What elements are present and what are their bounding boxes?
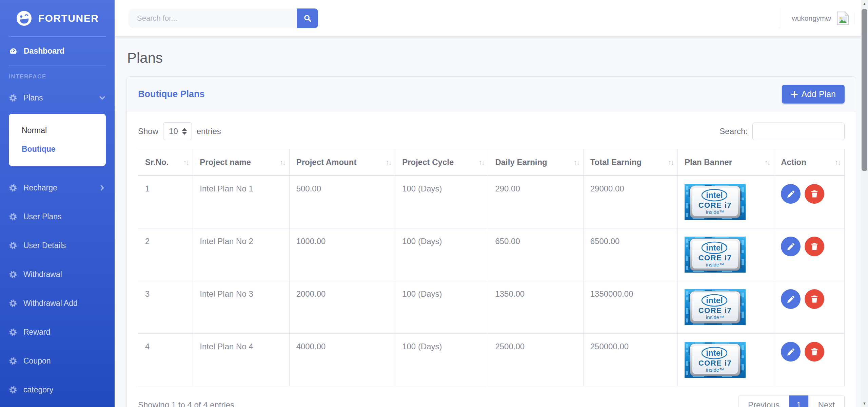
submenu-item-normal[interactable]: Normal xyxy=(9,121,106,140)
col-header-daily-earning[interactable]: Daily Earning↑↓ xyxy=(488,149,583,176)
page-length-select[interactable]: 10 xyxy=(163,122,192,140)
scrollbar-down-button[interactable]: ▼ xyxy=(861,400,868,407)
pagination-page-1[interactable]: 1 xyxy=(789,395,808,407)
page-length-value: 10 xyxy=(169,127,178,136)
add-plan-button[interactable]: Add Plan xyxy=(782,85,845,104)
table-row: 4 Intel Plan No 4 4000.00 100 (Days) 250… xyxy=(138,334,845,386)
sort-icon: ↑↓ xyxy=(183,159,189,166)
cell-project-name: Intel Plan No 4 xyxy=(193,334,289,386)
gear-icon xyxy=(9,386,17,394)
submenu-item-boutique[interactable]: Boutique xyxy=(9,140,106,159)
app-window: FORTUNER Dashboard INTERFACE Plans Norma… xyxy=(0,0,868,407)
table-row: 3 Intel Plan No 3 2000.00 100 (Days) 135… xyxy=(138,281,845,334)
gear-icon xyxy=(9,94,17,102)
sidebar-item-label: Dashboard xyxy=(24,47,64,56)
cell-daily-earning: 1350.00 xyxy=(488,281,583,334)
username[interactable]: wukongymw xyxy=(792,14,831,22)
gear-icon xyxy=(9,212,17,221)
sidebar-item-category[interactable]: category xyxy=(0,375,115,404)
sidebar-item-withdrawal[interactable]: Withdrawal xyxy=(0,260,115,289)
sidebar-item-reward[interactable]: Reward xyxy=(0,318,115,347)
sidebar-item-user-details[interactable]: User Details xyxy=(0,231,115,260)
laugh-wink-logo-icon xyxy=(16,10,32,26)
col-header-total-earning[interactable]: Total Earning↑↓ xyxy=(583,149,677,176)
trash-icon xyxy=(810,295,819,303)
delete-plan-button[interactable] xyxy=(805,184,824,204)
cell-project-cycle: 100 (Days) xyxy=(395,334,488,386)
pencil-icon xyxy=(786,189,795,198)
brand[interactable]: FORTUNER xyxy=(0,0,115,36)
cell-daily-earning: 290.00 xyxy=(488,175,583,228)
plans-card: Boutique Plans Add Plan Show 10 xyxy=(126,76,856,407)
sort-icon: ↑↓ xyxy=(574,159,579,166)
sidebar-item-coupon[interactable]: Coupon xyxy=(0,347,115,375)
sidebar-item-withdrawal-add[interactable]: Withdrawal Add xyxy=(0,289,115,318)
sidebar-item-label: category xyxy=(23,385,53,394)
page-title: Plans xyxy=(127,50,856,66)
sidebar-item-mach[interactable]: Mach xyxy=(0,404,115,407)
cell-total-earning: 250000.00 xyxy=(583,334,677,386)
col-header-action[interactable]: Action↑↓ xyxy=(774,149,845,176)
sidebar-item-dashboard[interactable]: Dashboard xyxy=(0,37,115,66)
table-footer: Showing 1 to 4 of 4 entries Previous 1 N… xyxy=(138,395,845,407)
scrollbar-up-button[interactable]: ▲ xyxy=(861,0,868,7)
edit-plan-button[interactable] xyxy=(781,237,801,256)
trash-icon xyxy=(810,189,819,198)
sort-icon: ↑↓ xyxy=(280,159,285,166)
pagination-next[interactable]: Next xyxy=(808,395,844,407)
sidebar-item-label: User Plans xyxy=(23,212,61,221)
col-header-srno[interactable]: Sr.No.↑↓ xyxy=(138,149,193,176)
sidebar-item-user-plans[interactable]: User Plans xyxy=(0,202,115,231)
gear-icon xyxy=(9,357,17,365)
table-info: Showing 1 to 4 of 4 entries xyxy=(138,400,234,407)
delete-plan-button[interactable] xyxy=(805,237,824,256)
sidebar: FORTUNER Dashboard INTERFACE Plans Norma… xyxy=(0,0,115,407)
plans-submenu: Normal Boutique xyxy=(9,114,106,166)
sidebar-item-plans[interactable]: Plans xyxy=(0,84,115,112)
topbar: wukongymw xyxy=(115,0,868,36)
col-header-project-cycle[interactable]: Project Cycle↑↓ xyxy=(395,149,488,176)
cell-action xyxy=(774,175,845,228)
table-row: 1 Intel Plan No 1 500.00 100 (Days) 290.… xyxy=(138,175,845,228)
cell-project-cycle: 100 (Days) xyxy=(395,228,488,281)
sidebar-item-label: User Details xyxy=(23,241,66,250)
col-header-project-name[interactable]: Project name↑↓ xyxy=(193,149,289,176)
table-search-input[interactable] xyxy=(752,123,845,140)
col-header-project-amount[interactable]: Project Amount↑↓ xyxy=(289,149,395,176)
delete-plan-button[interactable] xyxy=(805,342,824,362)
edit-plan-button[interactable] xyxy=(781,342,801,362)
delete-plan-button[interactable] xyxy=(805,289,824,309)
page-length-control: Show 10 entries xyxy=(138,122,221,140)
topbar-search-button[interactable] xyxy=(297,8,318,28)
table-header-row: Sr.No.↑↓ Project name↑↓ Project Amount↑↓… xyxy=(138,149,845,176)
cell-project-name: Intel Plan No 2 xyxy=(193,228,289,281)
sidebar-item-label: Plans xyxy=(23,93,43,103)
gear-icon xyxy=(9,299,17,308)
cell-project-amount: 4000.00 xyxy=(289,334,395,386)
cell-plan-banner xyxy=(677,281,774,334)
edit-plan-button[interactable] xyxy=(781,289,801,309)
col-header-plan-banner[interactable]: Plan Banner↑↓ xyxy=(677,149,774,176)
scrollbar-thumb[interactable] xyxy=(862,9,867,171)
sort-icon: ↑↓ xyxy=(478,159,484,166)
avatar[interactable] xyxy=(836,11,849,25)
scrollbar: ▲ ▼ xyxy=(861,0,868,407)
cell-action xyxy=(774,334,845,386)
cell-plan-banner xyxy=(677,175,774,228)
sidebar-item-recharge[interactable]: Recharge xyxy=(0,173,115,202)
cell-srno: 4 xyxy=(138,334,193,386)
card-header: Boutique Plans Add Plan xyxy=(127,77,856,112)
sort-icon: ↑↓ xyxy=(668,159,673,166)
topbar-search-input[interactable] xyxy=(128,8,297,28)
search-label: Search: xyxy=(719,127,748,136)
cell-total-earning: 1350000.00 xyxy=(583,281,677,334)
plan-banner-image xyxy=(685,289,746,325)
pagination-previous[interactable]: Previous xyxy=(738,395,789,407)
topbar-divider xyxy=(854,13,854,24)
cell-daily-earning: 2500.00 xyxy=(488,334,583,386)
cell-daily-earning: 650.00 xyxy=(488,228,583,281)
sidebar-item-label: Withdrawal Add xyxy=(23,299,78,308)
cell-project-cycle: 100 (Days) xyxy=(395,175,488,228)
page-content: Plans Boutique Plans Add Plan Show 10 xyxy=(115,36,868,407)
edit-plan-button[interactable] xyxy=(781,184,801,204)
